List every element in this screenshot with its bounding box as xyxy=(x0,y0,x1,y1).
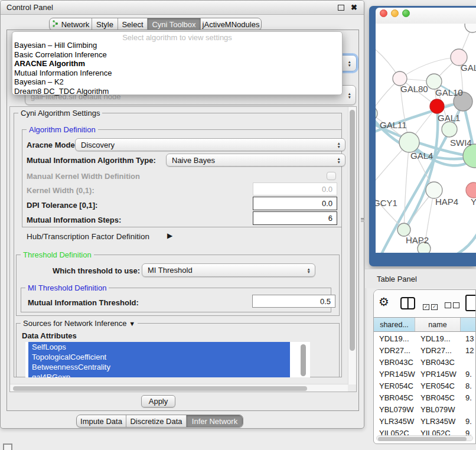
control-panel-tabs: Network Style Select Cyni Toolbox jActiv… xyxy=(49,18,262,31)
table-row[interactable]: YBR043CYBR043C xyxy=(374,356,475,368)
node-label: HAP4 xyxy=(435,197,458,207)
mi-steps-field[interactable]: 6 xyxy=(253,211,337,225)
table-row[interactable]: YDR27...YDR27...12 xyxy=(374,344,475,356)
node-gal1[interactable] xyxy=(430,99,444,113)
node-hap2[interactable] xyxy=(397,223,410,236)
cell: 9. xyxy=(461,393,475,402)
node-swi4[interactable] xyxy=(442,122,457,137)
list-item[interactable]: gal4RGexp xyxy=(28,372,290,377)
cell: YER054C xyxy=(415,381,461,390)
column-header-partial[interactable] xyxy=(461,318,475,331)
table-horizontal-scrollbar[interactable] xyxy=(376,435,473,441)
algorithm-option-selected[interactable]: ARACNE Algorithm xyxy=(12,59,342,69)
node[interactable] xyxy=(465,24,476,32)
table-row[interactable]: YER054CYER054C8. xyxy=(374,380,475,392)
list-scrollbar[interactable] xyxy=(301,344,306,376)
data-attributes-list[interactable]: SelfLoops TopologicalCoefficient Between… xyxy=(25,342,310,377)
node-hap4[interactable] xyxy=(426,182,442,198)
algorithm-option[interactable]: Basic Correlation Inference xyxy=(12,50,342,60)
table-row[interactable]: YBL079WYBL079W xyxy=(374,403,475,415)
cell: 13 xyxy=(461,334,475,343)
sources-collapse-arrow-icon[interactable]: ▼ xyxy=(129,320,135,327)
column-header-name[interactable]: name xyxy=(415,318,461,331)
aracne-mode-value: Discovery xyxy=(81,141,115,149)
table-row[interactable]: YPR145WYPR145W9. xyxy=(374,368,475,380)
apply-button[interactable]: Apply xyxy=(141,395,175,407)
settings-horizontal-scrollbar[interactable] xyxy=(10,384,348,392)
scrollbar-thumb[interactable] xyxy=(350,110,355,351)
mi-threshold-field[interactable]: 0.5 xyxy=(252,295,335,308)
list-item[interactable]: BetweennessCentrality xyxy=(28,362,290,372)
threshold-definition-title: Threshold Definition xyxy=(21,250,94,259)
algorithm-option[interactable]: Bayesian – Hill Climbing xyxy=(12,41,342,50)
table-panel-titlebar: Table Panel xyxy=(365,269,476,288)
which-threshold-combobox[interactable]: MI Threshold ▲▼ xyxy=(142,263,315,277)
close-traffic-light-icon[interactable] xyxy=(380,9,387,17)
column-header-shared-name[interactable]: shared... xyxy=(374,318,415,331)
which-threshold-label: Which threshold to use: xyxy=(53,266,140,275)
data-attributes-label: Data Attributes xyxy=(22,331,77,340)
scrollbar-thumb[interactable] xyxy=(13,386,307,391)
table-toolbar: ⚙ ✓✓ xyxy=(374,290,475,317)
aracne-mode-combobox[interactable]: Discovery ▲▼ xyxy=(75,138,345,151)
scrollbar-thumb[interactable] xyxy=(378,437,467,441)
tab-impute-data[interactable]: Impute Data xyxy=(77,415,126,427)
tab-infer-network[interactable]: Infer Network xyxy=(186,415,243,427)
node-salmon[interactable] xyxy=(466,182,476,198)
kernel-width-field[interactable]: 0.0 xyxy=(253,182,337,195)
manual-kernel-label: Manual Kernel Width Definition xyxy=(27,172,140,181)
hub-section-label: Hub/Transcription Factor Definition xyxy=(27,232,149,241)
close-icon[interactable]: ✖ xyxy=(351,3,357,12)
dpi-tolerance-value: 0.0 xyxy=(322,199,332,208)
dpi-tolerance-label: DPI Tolerance [0,1]: xyxy=(27,201,97,210)
tab-discretize-data[interactable]: Discretize Data xyxy=(126,415,186,427)
network-canvas[interactable]: GAL GAL80 GAL10 GAL1 GAL11 SWI4 GAL4 GCY… xyxy=(376,24,476,253)
zoom-traffic-light-icon[interactable] xyxy=(402,9,410,17)
settings-vertical-scrollbar[interactable] xyxy=(348,107,356,384)
cyni-toolbox-pane: galFiltered.sif default node ▲▼ ▲▼ Selec… xyxy=(6,30,359,411)
tab-infer-network-label: Infer Network xyxy=(192,417,237,426)
dpi-tolerance-field[interactable]: 0.0 xyxy=(253,197,337,210)
combo-arrows-icon: ▲▼ xyxy=(348,92,351,99)
algorithm-option[interactable]: Dream8 DC_TDC Algorithm xyxy=(12,87,342,96)
algorithm-dropdown-popup: Select algorithm to view settings Bayesi… xyxy=(12,31,343,95)
algorithm-option[interactable]: Mutual Information Inference xyxy=(12,69,342,78)
node-gal4[interactable] xyxy=(399,132,419,152)
combo-arrows-icon: ▲▼ xyxy=(307,267,311,273)
mi-type-combobox[interactable]: Naive Bayes ▲▼ xyxy=(166,154,345,167)
minimized-panel-icon[interactable] xyxy=(3,444,12,450)
tab-style[interactable]: Style xyxy=(92,18,118,30)
algorithm-option[interactable]: Bayesian – K2 xyxy=(12,77,342,87)
float-window-icon[interactable] xyxy=(338,5,344,11)
algorithm-combobox-fragment[interactable]: ▲▼ xyxy=(342,55,357,71)
gear-icon[interactable]: ⚙ xyxy=(379,295,389,309)
cell: YDL19... xyxy=(415,334,461,343)
cyni-algorithm-settings-title: Cyni Algorithm Settings xyxy=(18,109,102,118)
minimize-traffic-light-icon[interactable] xyxy=(391,9,399,17)
tab-jactivemnodules[interactable]: jActiveMNodules xyxy=(200,18,261,30)
tab-network[interactable]: Network xyxy=(50,18,92,30)
table-row[interactable]: YDL19...YDL19...13 xyxy=(374,332,475,344)
cell: 8. xyxy=(461,381,475,390)
list-item[interactable]: TopologicalCoefficient xyxy=(28,352,290,362)
document-icon[interactable] xyxy=(465,295,476,311)
deselect-all-columns-icon[interactable] xyxy=(445,300,461,311)
mi-threshold-group-title: MI Threshold Definition xyxy=(25,283,109,292)
columns-icon[interactable] xyxy=(400,297,415,309)
cell: 9. xyxy=(461,429,475,436)
manual-kernel-checkbox[interactable] xyxy=(327,172,336,180)
table-header-row: shared... name xyxy=(374,317,475,332)
table-row[interactable]: YIL052CYIL052C9. xyxy=(374,427,475,435)
table-row[interactable]: YBR045CYBR045C9. xyxy=(374,392,475,403)
tab-select[interactable]: Select xyxy=(118,18,147,30)
split-pane-grip[interactable] xyxy=(361,218,364,220)
hub-expand-arrow-icon[interactable]: ▶ xyxy=(167,231,172,240)
tab-impute-data-label: Impute Data xyxy=(80,417,122,426)
tab-cyni-toolbox[interactable]: Cyni Toolbox xyxy=(147,18,200,30)
list-item[interactable]: SelfLoops xyxy=(28,342,290,352)
kernel-width-label: Kernel Width (0,1): xyxy=(27,186,94,195)
mi-threshold-value: 0.5 xyxy=(320,297,331,306)
cell: YDR27... xyxy=(415,346,461,355)
select-all-columns-icon[interactable]: ✓✓ xyxy=(423,300,439,311)
table-row[interactable]: YLR345WYLR345W9. xyxy=(374,415,475,427)
